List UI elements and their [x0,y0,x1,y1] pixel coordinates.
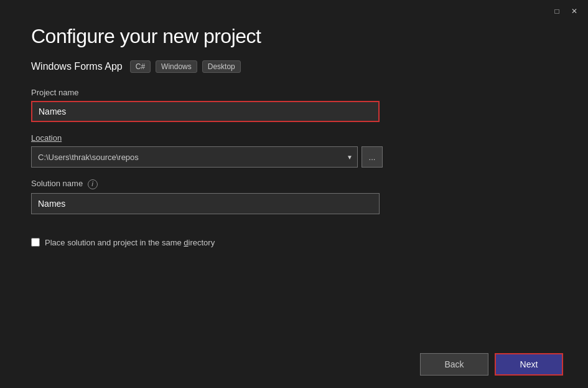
app-type-label: Windows Forms App [31,61,123,72]
tag-desktop: Desktop [202,60,241,73]
project-name-group: Project name [31,88,557,122]
page-title: Configure your new project [31,25,557,48]
location-label-text: Location [31,133,62,143]
app-type-row: Windows Forms App C# Windows Desktop [31,60,557,73]
same-directory-checkbox[interactable] [31,238,40,247]
tag-csharp: C# [130,60,151,73]
solution-name-label-text: Solution name [31,179,85,188]
info-icon: i [88,179,98,189]
same-directory-row: Place solution and project in the same d… [31,238,557,247]
browse-button[interactable]: ... [362,146,383,168]
solution-name-group: Solution name i [31,179,557,214]
location-group: Location C:\Users\thrak\source\repos ▼ .… [31,133,557,168]
location-select-wrapper: C:\Users\thrak\source\repos ▼ [31,146,358,168]
solution-name-input[interactable] [31,193,380,214]
back-button[interactable]: Back [420,353,488,376]
same-directory-label[interactable]: Place solution and project in the same d… [45,238,215,247]
location-label: Location [31,133,557,143]
project-name-input[interactable] [31,101,380,122]
tag-windows: Windows [156,60,197,73]
main-content: Configure your new project Windows Forms… [0,0,588,388]
location-select[interactable]: C:\Users\thrak\source\repos [31,146,358,168]
solution-name-label: Solution name i [31,179,557,189]
next-button[interactable]: Next [495,353,563,376]
form-section: Project name Location C:\Users\thrak\sou… [31,88,557,247]
location-row: C:\Users\thrak\source\repos ▼ ... [31,146,383,168]
footer: Back Next [420,353,563,376]
project-name-label: Project name [31,88,557,97]
